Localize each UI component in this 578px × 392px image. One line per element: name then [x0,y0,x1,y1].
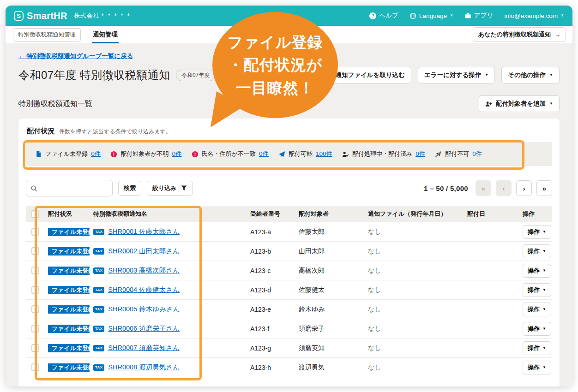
row-action-button[interactable]: 操作 ▼ [523,303,551,316]
row-checkbox[interactable] [31,305,39,313]
status-count-link[interactable]: 0件 [472,150,482,158]
apps-link[interactable]: アプリ [464,12,493,20]
filter-button[interactable]: 絞り込み [147,181,193,196]
row-action-button[interactable]: 操作 ▼ [523,264,551,278]
globe-icon [409,12,416,19]
page-title: 令和07年度 特別徴収税額通知 [18,68,170,83]
row-checkbox[interactable] [31,325,39,333]
pagination-first-button[interactable]: « [476,180,491,196]
pagination-last-button[interactable]: » [536,180,552,196]
tax-icon: TAX [93,248,104,255]
status-panel-header: 配付状況 件数を押すと該当する条件で絞り込みます。 [27,127,551,136]
row-action-label: 操作 [528,286,540,294]
your-notice-label: あなたの特別徴収税額通知 [478,30,551,39]
row-checkbox[interactable] [31,228,39,236]
notice-name-link[interactable]: SHR0006 須磨栄子さん [108,324,180,333]
status-filter-item: 配付可能 100件 [278,150,332,158]
chevron-down-icon: ▼ [549,73,553,77]
notice-name-link[interactable]: SHR0002 山田太郎さん [108,247,180,255]
tax-icon: TAX [93,345,104,351]
notice-name-link[interactable]: SHR0008 渡辺勇気さん [108,363,180,372]
help-link[interactable]: ? ヘルプ [369,12,398,20]
row-action-button[interactable]: 操作 ▼ [523,341,551,355]
send-slash-icon [435,151,442,158]
row-checkbox[interactable] [31,286,39,294]
status-count-link[interactable]: 0件 [91,150,101,158]
account-menu[interactable]: info@example.com ▼ [504,12,564,19]
status-badge: ファイル未登録 [48,247,90,255]
status-badge: ファイル未登録 [48,363,90,372]
status-badge: ファイル未登録 [48,305,90,314]
list-header-row: 特別徴収税額通知一覧 配付対象者を追加 ▼ [18,95,560,112]
smarthr-logo-icon: S [14,11,24,21]
person-check-icon [342,151,349,158]
tab-group-label[interactable]: 特別徴収税額通知管理 [13,28,81,42]
recipient-number-cell: A123-e [247,306,295,313]
your-notice-button[interactable]: あなたの特別徴収税額通知 → [473,27,566,42]
status-filter-label: 氏名・住所が不一致 [202,150,256,158]
status-filter-label: 配付処理中・配付済み [352,150,412,158]
add-recipient-button[interactable]: 配付対象者を追加 ▼ [479,95,560,112]
chevron-down-icon: ▼ [450,14,453,18]
pagination-next-button[interactable]: › [516,180,532,196]
tax-icon: TAX [93,267,104,274]
error-actions-label: エラーに対する操作 [424,71,481,79]
status-count-link[interactable]: 0件 [172,150,182,158]
person-plus-icon [485,101,492,107]
notice-file-cell: なし [364,247,464,255]
table-row: ファイル未登録 TAX SHR0007 須磨英知さん A123-g 須磨英知 な… [26,339,552,358]
row-checkbox[interactable] [31,247,39,255]
row-action-label: 操作 [528,325,540,333]
error-actions-button[interactable]: エラーに対する操作 ▼ [418,67,495,83]
import-file-button[interactable]: 通知ファイルを取り込む [329,67,411,83]
back-link[interactable]: ← 特別徴収税額通知グループ一覧に戻る [18,53,133,59]
search-input[interactable] [40,184,108,192]
language-menu[interactable]: Language ▼ [409,12,453,19]
row-checkbox[interactable] [31,363,39,371]
row-checkbox[interactable] [31,267,39,274]
row-action-label: 操作 [528,228,540,236]
row-action-button[interactable]: 操作 ▼ [523,361,551,374]
select-all-checkbox[interactable] [31,210,39,218]
recipient-number-cell: A123-d [247,286,295,294]
chevron-down-icon: ▼ [542,288,546,292]
other-actions-label: その他の操作 [508,71,546,79]
notice-file-cell: なし [364,286,464,294]
table-row: ファイル未登録 TAX SHR0006 須磨栄子さん A123-f 須磨栄子 な… [26,319,552,339]
column-header-notice-name: 特別徴収税額通知名 [90,210,247,218]
status-count-link[interactable]: 100件 [316,150,332,158]
status-filter-item: 配付対象者が不明 0件 [110,150,181,158]
column-header-recipient: 配付対象者 [295,210,364,218]
row-action-button[interactable]: 操作 ▼ [523,322,551,336]
column-header-actions: 操作 [519,210,552,218]
recipient-number-cell: A123-b [247,248,295,255]
filter-label: 絞り込み [152,184,177,192]
tab-notification-management[interactable]: 通知管理 [92,26,119,43]
notice-name-link[interactable]: SHR0001 佐藤太郎さん [108,227,180,236]
add-recipient-label: 配付対象者を追加 [496,100,546,108]
status-count-link[interactable]: 0件 [415,150,425,158]
notice-name-link[interactable]: SHR0005 鈴木ゆみさん [108,305,180,314]
status-panel-title: 配付状況 [27,127,54,136]
column-header-delivery-date: 配付日 [464,210,519,218]
column-header-status: 配付状況 [44,210,90,218]
table-row: ファイル未登録 TAX SHR0005 鈴木ゆみさん A123-e 鈴木ゆみ な… [26,300,552,319]
pagination: 1 – 50 / 5,000 « ‹ › » [424,180,552,196]
notice-name-link[interactable]: SHR0003 高橋次郎さん [108,266,180,275]
row-action-button[interactable]: 操作 ▼ [523,283,551,297]
list-title: 特別徴収税額通知一覧 [18,99,92,109]
row-checkbox[interactable] [31,344,39,352]
recipient-cell: 鈴木ゆみ [295,305,364,314]
notice-name-link[interactable]: SHR0004 佐藤健太さん [108,285,180,294]
other-actions-button[interactable]: その他の操作 ▼ [501,67,560,83]
notice-name-link[interactable]: SHR0007 須磨英知さん [108,344,180,352]
row-action-button[interactable]: 操作 ▼ [523,225,551,239]
status-filter-item: 氏名・住所が不一致 0件 [192,150,269,158]
row-action-button[interactable]: 操作 ▼ [523,244,551,258]
recipient-cell: 須磨栄子 [295,325,364,333]
pagination-prev-button[interactable]: ‹ [496,180,512,196]
status-count-link[interactable]: 0件 [259,150,269,158]
search-button[interactable]: 検索 [118,181,141,196]
main-content: ← 特別徴収税額通知グループ一覧に戻る 令和07年度 特別徴収税額通知 令和07… [6,43,572,386]
notice-file-cell: なし [364,267,464,275]
